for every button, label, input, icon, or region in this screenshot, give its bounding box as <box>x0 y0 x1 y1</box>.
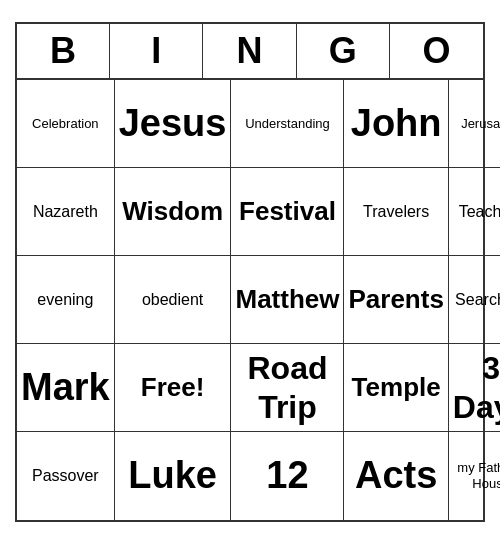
cell-text: Matthew <box>235 284 339 315</box>
cell-text: Celebration <box>32 116 99 132</box>
cell-text: Parents <box>348 284 443 315</box>
cell-text: Travelers <box>363 202 429 221</box>
cell-text: evening <box>37 290 93 309</box>
cell-r1-c3: Travelers <box>344 168 448 256</box>
cell-text: Free! <box>141 372 205 403</box>
cell-text: Passover <box>32 466 99 485</box>
cell-r0-c2: Understanding <box>231 80 344 168</box>
cell-r4-c4: my Father's House <box>449 432 500 520</box>
cell-text: obedient <box>142 290 203 309</box>
cell-r4-c3: Acts <box>344 432 448 520</box>
cell-text: Mark <box>21 365 110 411</box>
cell-r1-c1: Wisdom <box>115 168 232 256</box>
cell-text: Festival <box>239 196 336 227</box>
cell-r2-c0: evening <box>17 256 115 344</box>
cell-r3-c2: Road Trip <box>231 344 344 432</box>
cell-text: Searching <box>455 290 500 309</box>
cell-text: Acts <box>355 453 437 499</box>
header-letter: O <box>390 24 483 78</box>
cell-r1-c0: Nazareth <box>17 168 115 256</box>
cell-text: Jerusalem <box>461 116 500 132</box>
cell-text: Jesus <box>119 101 227 147</box>
cell-r3-c1: Free! <box>115 344 232 432</box>
cell-r1-c2: Festival <box>231 168 344 256</box>
cell-text: Wisdom <box>122 196 223 227</box>
cell-text: Temple <box>352 372 441 403</box>
cell-r3-c0: Mark <box>17 344 115 432</box>
cell-text: Road Trip <box>235 349 339 426</box>
bingo-header: BINGO <box>17 24 483 80</box>
cell-text: John <box>351 101 442 147</box>
cell-r2-c4: Searching <box>449 256 500 344</box>
cell-r0-c1: Jesus <box>115 80 232 168</box>
cell-r3-c3: Temple <box>344 344 448 432</box>
header-letter: N <box>203 24 296 78</box>
cell-r0-c3: John <box>344 80 448 168</box>
cell-text: Luke <box>128 453 217 499</box>
cell-r4-c2: 12 <box>231 432 344 520</box>
cell-r4-c0: Passover <box>17 432 115 520</box>
cell-r0-c4: Jerusalem <box>449 80 500 168</box>
header-letter: I <box>110 24 203 78</box>
bingo-grid: CelebrationJesusUnderstandingJohnJerusal… <box>17 80 483 520</box>
cell-r4-c1: Luke <box>115 432 232 520</box>
cell-text: my Father's House <box>453 460 500 491</box>
cell-r2-c1: obedient <box>115 256 232 344</box>
cell-r0-c0: Celebration <box>17 80 115 168</box>
cell-r2-c3: Parents <box>344 256 448 344</box>
cell-text: Understanding <box>245 116 330 132</box>
cell-text: 3 Days <box>453 349 500 426</box>
bingo-card: BINGO CelebrationJesusUnderstandingJohnJ… <box>15 22 485 522</box>
cell-text: Teachers <box>459 202 500 221</box>
cell-r3-c4: 3 Days <box>449 344 500 432</box>
cell-text: Nazareth <box>33 202 98 221</box>
header-letter: B <box>17 24 110 78</box>
cell-text: 12 <box>266 453 308 499</box>
header-letter: G <box>297 24 390 78</box>
cell-r1-c4: Teachers <box>449 168 500 256</box>
cell-r2-c2: Matthew <box>231 256 344 344</box>
